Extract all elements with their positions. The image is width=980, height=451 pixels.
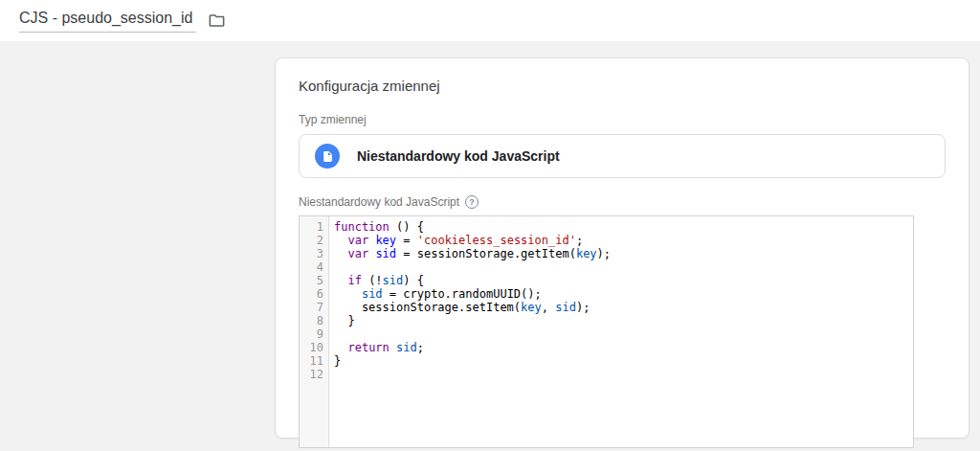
- variable-type-selector[interactable]: Niestandardowy kod JavaScript: [299, 134, 946, 178]
- variable-config-card: Konfiguracja zmiennej Typ zmiennej Niest…: [275, 57, 969, 439]
- folder-icon[interactable]: [208, 11, 226, 30]
- variable-title-wrap: CJS - pseudo_session_id: [19, 9, 226, 33]
- variable-title[interactable]: CJS - pseudo_session_id: [19, 9, 196, 33]
- editor-gutter: 123456789101112: [300, 216, 329, 447]
- page: CJS - pseudo_session_id Konfiguracja zmi…: [0, 0, 980, 451]
- variable-type-value: Niestandardowy kod JavaScript: [357, 148, 560, 164]
- custom-javascript-icon: [315, 144, 340, 169]
- editor-label-row: Niestandardowy kod JavaScript ?: [299, 195, 946, 209]
- code-editor[interactable]: 123456789101112 function () { var key = …: [299, 215, 914, 448]
- editor-label: Niestandardowy kod JavaScript: [299, 195, 459, 209]
- editor-code[interactable]: function () { var key = 'cookieless_sess…: [329, 216, 913, 447]
- variable-type-label: Typ zmiennej: [299, 113, 946, 126]
- card-title: Konfiguracja zmiennej: [299, 78, 946, 94]
- page-header: CJS - pseudo_session_id: [0, 0, 980, 42]
- help-icon[interactable]: ?: [465, 195, 479, 209]
- workspace: Konfiguracja zmiennej Typ zmiennej Niest…: [0, 42, 980, 451]
